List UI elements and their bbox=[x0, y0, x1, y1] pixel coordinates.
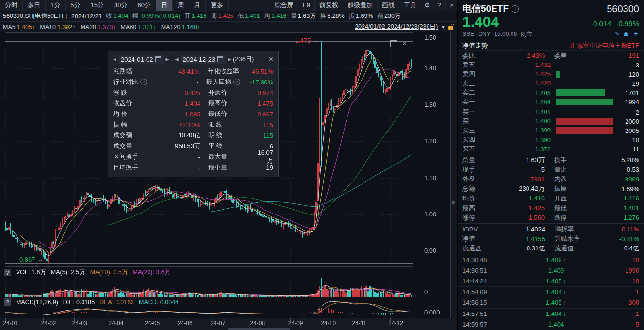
quote-panel: 电信50ETF ! 560300 1.404 -0.014-0.99% SSE … bbox=[458, 0, 644, 330]
popup-stat-row: 区间换手-最大量16.07万 bbox=[113, 151, 273, 162]
chart-corner-icons: × bbox=[390, 40, 407, 47]
down-arrow-icon: ↓ bbox=[563, 310, 567, 317]
prev-date-icon[interactable]: ◀ bbox=[175, 57, 179, 62]
down-arrow-icon: ↓ bbox=[563, 288, 567, 296]
menubar-item[interactable]: 工具 bbox=[399, 0, 421, 11]
book-row[interactable]: 买一1.4012 bbox=[458, 107, 644, 116]
help-icon[interactable]: ? bbox=[4, 298, 11, 306]
legend-item: MA(20): 3.6万 bbox=[133, 268, 171, 277]
month-tick-label: 24-12 bbox=[388, 320, 403, 327]
quote-field: 幅-0.99%(-0.014) bbox=[132, 12, 180, 20]
menubar: 分时多日1分5分15分30分60分日周月更多 综合屏F9前复权超级叠加画线工具⚙… bbox=[0, 0, 457, 11]
help-icon[interactable]: ? bbox=[433, 0, 445, 11]
panel-collapse-strip[interactable]: » bbox=[451, 32, 457, 318]
question-circle-icon[interactable]: ? bbox=[233, 79, 240, 85]
popup-close-icon[interactable]: × bbox=[269, 55, 273, 64]
help-icon[interactable]: ? bbox=[4, 269, 11, 276]
info-icon[interactable]: ! bbox=[512, 5, 519, 13]
edit-icon[interactable]: ✎ bbox=[615, 31, 620, 37]
chart-area: 1.501.401.301.201.101.000.90 24-0124-022… bbox=[0, 32, 457, 330]
book-depth-axis bbox=[556, 109, 556, 116]
iopv-row: 净值1.4155升贴水率-0.81% bbox=[458, 234, 644, 244]
chart-section: 分时多日1分5分15分30分60分日周月更多 综合屏F9前复权超级叠加画线工具⚙… bbox=[0, 0, 458, 330]
price-tick-label: 0.90 bbox=[424, 247, 436, 254]
question-circle-icon[interactable]: ? bbox=[140, 79, 147, 85]
trade-tick-row: 14:56:151.405↑300 bbox=[458, 297, 644, 308]
book-row[interactable]: 卖三1.42019 bbox=[458, 79, 644, 88]
legend-item: MA(10): 3.5万 bbox=[90, 268, 128, 277]
book-depth-axis bbox=[556, 146, 556, 152]
stat-row: 现手5量比0.53 bbox=[458, 165, 644, 175]
next-date-icon[interactable]: ▶ bbox=[165, 57, 169, 62]
trade-tick-row: 14:54:091.404↓1 bbox=[458, 287, 644, 297]
period-tab[interactable]: 60分 bbox=[132, 0, 156, 11]
arrow-right-icon: → bbox=[313, 37, 319, 44]
depth-bar bbox=[556, 99, 613, 105]
start-date-picker[interactable]: 2024-01-02 bbox=[118, 55, 164, 64]
price-tick-label: 1.10 bbox=[424, 174, 436, 182]
book-row[interactable]: 买五1.37211 bbox=[458, 145, 644, 154]
quote-fields: 收1.404幅-0.99%(-0.014)开1.416高1.425低1.401均… bbox=[106, 12, 405, 20]
alert-bell-icon[interactable] bbox=[624, 32, 628, 36]
period-tab[interactable]: 15分 bbox=[85, 0, 109, 11]
window-restore-icon[interactable] bbox=[390, 40, 397, 47]
next-date-icon[interactable]: ▶ bbox=[228, 57, 231, 62]
menubar-item[interactable]: 综合屏 bbox=[270, 0, 298, 11]
close-icon[interactable]: × bbox=[402, 40, 407, 47]
prev-date-icon[interactable]: ◀ bbox=[113, 57, 116, 62]
price-tick-label: 1.00 bbox=[424, 211, 436, 218]
range-controls: 2024/01/02-2024/12/23(236日) ▼ bbox=[355, 23, 454, 31]
calendar-icon bbox=[155, 56, 161, 62]
menubar-item[interactable]: F9 bbox=[298, 0, 314, 11]
quote-field: 高1.425 bbox=[211, 12, 233, 20]
period-tab[interactable]: 更多 bbox=[206, 0, 229, 11]
trade-tick-row: 14:44:241.405↓10 bbox=[458, 276, 644, 287]
quote-field: 振1.69% bbox=[349, 12, 373, 20]
month-tick-label: 24-07 bbox=[211, 320, 226, 327]
period-tab[interactable]: 月 bbox=[189, 0, 206, 11]
macd-zero-label: 0.000 bbox=[424, 309, 440, 316]
ma-value: MA601.331↑ bbox=[121, 24, 156, 31]
period-tab[interactable]: 分时 bbox=[0, 0, 23, 11]
menubar-item[interactable]: 超级叠加 bbox=[343, 0, 377, 11]
popup-stat-row: 行业对比?-最大回撤?-17.90% bbox=[113, 77, 273, 87]
range-caret-icon[interactable]: ▼ bbox=[441, 24, 446, 30]
date-range-link[interactable]: 2024/01/02-2024/12/23(236日) bbox=[355, 23, 438, 31]
popup-header: ◀ 2024-01-02 ▶ - ◀ 2024-12-23 ▶ (236日) × bbox=[113, 52, 273, 66]
symbol-code: 560300.SH[电信50ETF] bbox=[3, 12, 67, 20]
period-tab[interactable]: 日 bbox=[156, 0, 173, 11]
add-icon[interactable]: ＋ bbox=[632, 30, 639, 38]
book-row[interactable]: 卖四1.425120 bbox=[458, 69, 644, 79]
month-tick-label: 24-10 bbox=[321, 320, 336, 327]
legend-item: DEA: 0.0163 bbox=[99, 299, 134, 306]
quote-field: 收1.404 bbox=[106, 12, 129, 20]
volume-zero-label: 0 bbox=[424, 288, 428, 296]
range-dash: - bbox=[171, 56, 173, 63]
book-row[interactable]: 买四1.39010 bbox=[458, 135, 644, 145]
depth-bar bbox=[556, 118, 613, 125]
period-tab[interactable]: 30分 bbox=[109, 0, 132, 11]
period-tab[interactable]: 周 bbox=[173, 0, 189, 11]
book-row[interactable]: 卖二1.4051701 bbox=[458, 88, 644, 98]
period-tab[interactable]: 多日 bbox=[23, 0, 46, 11]
menubar-item[interactable]: 画线 bbox=[377, 0, 399, 11]
chevron-right-icon[interactable]: > bbox=[445, 0, 457, 11]
unlock-icon[interactable] bbox=[448, 26, 453, 30]
depth-bar bbox=[556, 89, 605, 96]
end-date-picker[interactable]: 2024-12-23 bbox=[181, 55, 226, 64]
underlying-fund-name[interactable]: 汇添富中证电信主题ETF bbox=[570, 41, 639, 50]
book-row[interactable]: 卖五1.4323 bbox=[458, 60, 644, 69]
popup-stat-row: 均 价1.085最低价0.867 bbox=[113, 109, 273, 119]
book-row[interactable]: 买三1.3992005 bbox=[458, 126, 644, 135]
nav-tab-netvalue[interactable]: 净值走势 bbox=[462, 41, 488, 50]
settings-gear-icon[interactable]: ⚙ bbox=[421, 0, 433, 11]
period-tab[interactable]: 5分 bbox=[66, 0, 85, 11]
book-row[interactable]: 买二1.4002000 bbox=[458, 116, 644, 126]
book-row[interactable]: 卖一1.4041994 bbox=[458, 98, 644, 107]
period-tab[interactable]: 1分 bbox=[46, 0, 66, 11]
menubar-item[interactable]: 前复权 bbox=[314, 0, 343, 11]
fund-code: 560300 bbox=[607, 3, 639, 15]
legend-item: MACD: 0.0044 bbox=[139, 299, 179, 306]
ma-values: MA51.405↑MA101.392↑MA201.373↑MA601.331↑M… bbox=[3, 24, 205, 31]
month-tick-label: 24-03 bbox=[72, 320, 87, 327]
